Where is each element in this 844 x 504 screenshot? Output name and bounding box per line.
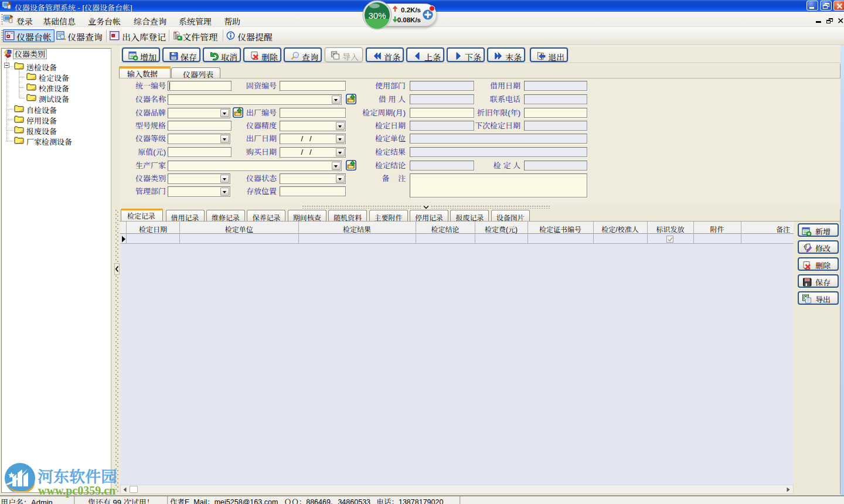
- svg-text:30%: 30%: [368, 11, 386, 21]
